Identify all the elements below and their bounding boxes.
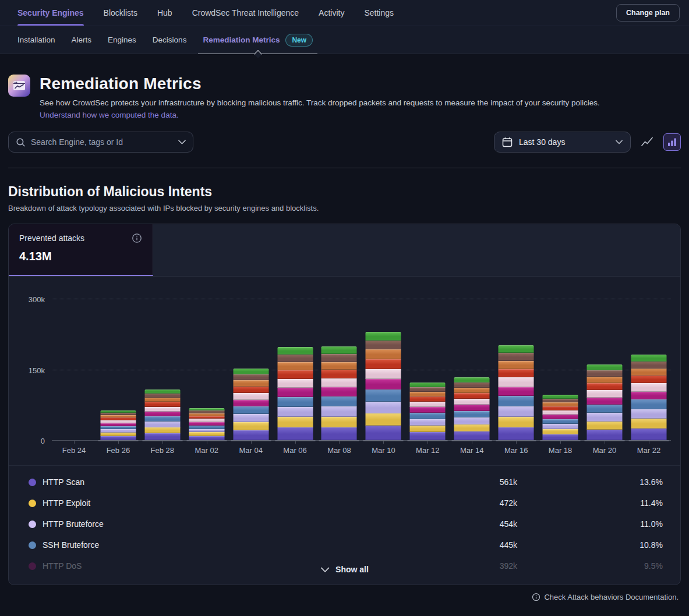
segment-unlabeled-brown[interactable] — [587, 370, 623, 377]
segment-http-dos[interactable] — [631, 392, 666, 400]
segment-unlabeled-pink[interactable] — [543, 410, 578, 415]
segment-http-dos[interactable] — [321, 387, 357, 396]
segment-ssh-bruteforce[interactable] — [144, 416, 180, 422]
segment-http-bruteforce[interactable] — [543, 424, 578, 429]
segment-unlabeled-green[interactable] — [410, 383, 446, 387]
segment-ssh-bruteforce[interactable] — [454, 411, 490, 417]
segment-http-bruteforce[interactable] — [277, 407, 313, 417]
segment-http-scan[interactable] — [189, 436, 224, 440]
segment-http-exploit[interactable] — [587, 422, 623, 430]
segment-unlabeled-orange[interactable] — [277, 362, 313, 370]
segment-http-exploit[interactable] — [499, 417, 534, 428]
segment-unlabeled-red[interactable] — [144, 402, 180, 406]
line-chart-view-button[interactable] — [639, 134, 655, 150]
segment-unlabeled-orange[interactable] — [410, 392, 446, 396]
segment-http-scan[interactable] — [499, 427, 534, 440]
segment-unlabeled-pink[interactable] — [587, 390, 623, 398]
legend-label-http-bruteforce[interactable]: HTTP Bruteforce — [29, 519, 418, 529]
top-nav-item-hub[interactable]: Hub — [157, 0, 172, 26]
segment-unlabeled-orange[interactable] — [233, 380, 268, 387]
legend-label-http-exploit[interactable]: HTTP Exploit — [29, 498, 418, 508]
segment-http-bruteforce[interactable] — [366, 402, 401, 413]
top-nav-item-security-engines[interactable]: Security Engines — [17, 0, 84, 26]
segment-ssh-bruteforce[interactable] — [631, 399, 666, 409]
segment-unlabeled-orange[interactable] — [587, 377, 623, 383]
segment-unlabeled-orange[interactable] — [366, 349, 401, 359]
footer-doc-link[interactable]: Check Attack behaviors Documentation. — [544, 593, 679, 601]
stacked-bar-mar-22[interactable] — [631, 355, 666, 440]
segment-http-scan[interactable] — [454, 431, 490, 440]
segment-unlabeled-green[interactable] — [631, 355, 666, 361]
segment-http-dos[interactable] — [410, 407, 446, 413]
stacked-bar-mar-14[interactable] — [454, 377, 490, 440]
segment-http-dos[interactable] — [233, 400, 268, 406]
segment-unlabeled-red[interactable] — [366, 359, 401, 369]
segment-unlabeled-red[interactable] — [499, 369, 534, 378]
segment-http-bruteforce[interactable] — [144, 422, 180, 427]
segment-http-exploit[interactable] — [277, 417, 313, 427]
sub-nav-item-engines[interactable]: Engines — [108, 26, 136, 54]
segment-http-bruteforce[interactable] — [587, 413, 623, 422]
segment-unlabeled-brown[interactable] — [454, 383, 490, 388]
segment-http-exploit[interactable] — [366, 413, 401, 426]
segment-http-dos[interactable] — [366, 379, 401, 390]
date-range-select[interactable]: Last 30 days — [494, 132, 631, 153]
segment-http-bruteforce[interactable] — [631, 409, 666, 419]
segment-ssh-bruteforce[interactable] — [277, 397, 313, 407]
segment-unlabeled-brown[interactable] — [144, 394, 180, 398]
stacked-bar-mar-08[interactable] — [321, 346, 357, 440]
tab-prevented-attacks[interactable]: Prevented attacks 4.13M — [9, 224, 153, 276]
segment-http-bruteforce[interactable] — [454, 417, 490, 424]
segment-unlabeled-green[interactable] — [233, 369, 268, 374]
segment-ssh-bruteforce[interactable] — [543, 419, 578, 424]
segment-unlabeled-green[interactable] — [587, 364, 623, 371]
segment-http-scan[interactable] — [543, 434, 578, 441]
show-all-button[interactable]: Show all — [320, 565, 369, 574]
segment-http-scan[interactable] — [144, 433, 180, 440]
segment-unlabeled-orange[interactable] — [454, 388, 490, 393]
sub-nav-item-alerts[interactable]: Alerts — [72, 26, 92, 54]
segment-unlabeled-green[interactable] — [499, 345, 534, 353]
segment-unlabeled-pink[interactable] — [233, 393, 268, 400]
bar-chart-view-button[interactable] — [663, 133, 681, 151]
segment-http-exploit[interactable] — [233, 422, 268, 430]
stacked-bar-mar-20[interactable] — [587, 364, 623, 440]
segment-http-dos[interactable] — [144, 412, 180, 416]
segment-unlabeled-green[interactable] — [277, 347, 313, 355]
top-nav-item-settings[interactable]: Settings — [364, 0, 394, 26]
segment-http-scan[interactable] — [631, 429, 666, 440]
segment-ssh-bruteforce[interactable] — [499, 396, 534, 406]
segment-unlabeled-green[interactable] — [454, 377, 490, 383]
segment-unlabeled-brown[interactable] — [366, 341, 401, 349]
segment-http-scan[interactable] — [410, 432, 446, 440]
segment-http-scan[interactable] — [233, 430, 268, 440]
segment-ssh-bruteforce[interactable] — [587, 405, 623, 413]
legend-label-ssh-bruteforce[interactable]: SSH Bruteforce — [29, 540, 418, 550]
segment-ssh-bruteforce[interactable] — [410, 413, 446, 419]
segment-unlabeled-green[interactable] — [144, 390, 180, 394]
segment-unlabeled-red[interactable] — [543, 406, 578, 410]
segment-unlabeled-green[interactable] — [366, 332, 401, 341]
segment-http-exploit[interactable] — [144, 427, 180, 433]
segment-http-scan[interactable] — [100, 436, 136, 440]
top-nav-item-crowdsec-threat-intelligence[interactable]: CrowdSec Threat Intelligence — [192, 0, 299, 26]
segment-unlabeled-red[interactable] — [631, 376, 666, 383]
segment-http-scan[interactable] — [277, 427, 313, 440]
stacked-bar-feb-26[interactable] — [100, 410, 136, 440]
segment-ssh-bruteforce[interactable] — [321, 396, 357, 406]
stacked-bar-feb-28[interactable] — [144, 390, 180, 440]
segment-unlabeled-orange[interactable] — [144, 398, 180, 402]
segment-http-exploit[interactable] — [454, 424, 490, 431]
segment-http-exploit[interactable] — [543, 429, 578, 434]
segment-unlabeled-orange[interactable] — [499, 361, 534, 369]
segment-http-bruteforce[interactable] — [233, 414, 268, 422]
stacked-bar-mar-10[interactable] — [366, 332, 401, 440]
stacked-bar-mar-12[interactable] — [410, 383, 446, 440]
segment-unlabeled-red[interactable] — [277, 370, 313, 379]
segment-unlabeled-pink[interactable] — [144, 407, 180, 412]
segment-unlabeled-green[interactable] — [321, 346, 357, 354]
segment-http-dos[interactable] — [587, 398, 623, 405]
segment-unlabeled-red[interactable] — [454, 393, 490, 399]
segment-http-bruteforce[interactable] — [321, 406, 357, 417]
stacked-bar-mar-18[interactable] — [543, 395, 578, 440]
